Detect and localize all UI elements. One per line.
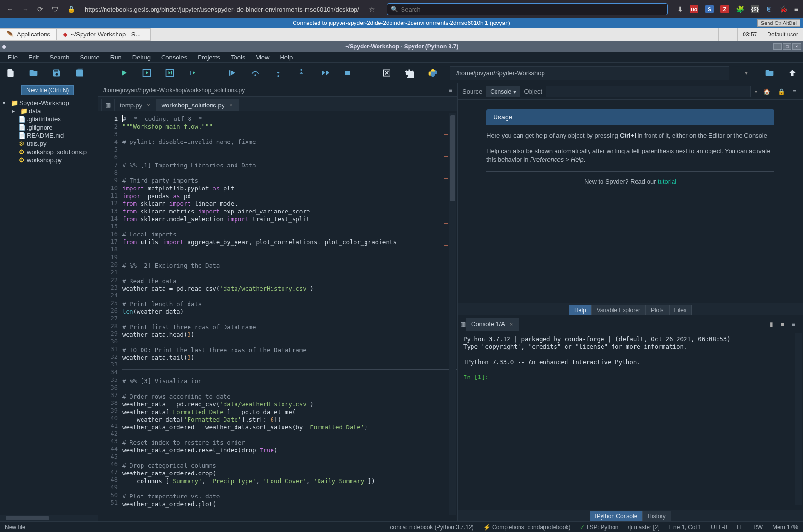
tree-item[interactable]: 📄.gitattributes xyxy=(1,115,97,123)
menu-tools[interactable]: Tools xyxy=(226,53,250,62)
ext-shield-icon[interactable]: ⛨ xyxy=(766,5,773,13)
status-eol[interactable]: LF xyxy=(737,524,744,531)
editor-vscrollbar[interactable] xyxy=(449,113,456,515)
minimize-button[interactable]: – xyxy=(773,43,782,50)
search-input[interactable] xyxy=(401,6,663,13)
tab-workshop-solutions[interactable]: workshop_solutions.py× xyxy=(156,99,239,111)
step-out-button[interactable] xyxy=(295,67,307,79)
menu-help[interactable]: Help xyxy=(275,53,297,62)
menu-debug[interactable]: Debug xyxy=(128,53,155,62)
back-button[interactable]: ← xyxy=(5,3,15,15)
console-browse-button[interactable]: ▥ xyxy=(461,321,466,328)
tab-help[interactable]: Help xyxy=(569,305,591,315)
status-encoding[interactable]: UTF-8 xyxy=(711,524,727,531)
run-cell-button[interactable] xyxy=(141,67,153,79)
source-combo[interactable]: Console ▾ xyxy=(486,86,520,97)
ext-s-icon[interactable]: S xyxy=(705,5,714,13)
applications-menu[interactable]: 🪶 Applications xyxy=(0,28,57,41)
parent-dir-button[interactable] xyxy=(787,67,798,79)
tab-plots[interactable]: Plots xyxy=(646,305,669,315)
clock[interactable]: 03:57 xyxy=(737,28,762,41)
working-directory[interactable]: /home/jovyan/Spyder-Workshop xyxy=(450,66,729,80)
status-lsp[interactable]: ✓ LSP: Python xyxy=(580,524,618,531)
new-file-button[interactable] xyxy=(5,67,16,79)
tree-item[interactable]: 📄README.md xyxy=(1,131,97,140)
tree-item[interactable]: ▸📁data xyxy=(1,107,97,115)
tray-icon-1[interactable] xyxy=(680,28,699,41)
interrupt-kernel-button[interactable]: ▮ xyxy=(770,321,773,328)
home-icon[interactable]: 🏠 xyxy=(761,86,772,97)
tree-item[interactable]: ⚙workshop.py xyxy=(1,156,97,164)
shield-icon[interactable]: 🛡 xyxy=(50,3,60,15)
stop-button[interactable] xyxy=(342,67,353,79)
status-git[interactable]: ψ master [2] xyxy=(628,524,660,531)
tab-files[interactable]: Files xyxy=(669,305,692,315)
forward-button[interactable]: → xyxy=(20,3,31,15)
tab-history[interactable]: History xyxy=(642,511,671,521)
search-bar[interactable]: 🔍 xyxy=(387,3,668,15)
menu-run[interactable]: Run xyxy=(106,53,127,62)
status-conda[interactable]: conda: notebook (Python 3.7.12) xyxy=(390,524,474,531)
ext-z-icon[interactable]: Z xyxy=(720,5,729,13)
tray-icon-3[interactable] xyxy=(718,28,737,41)
star-icon[interactable]: ☆ xyxy=(367,3,377,15)
object-input[interactable] xyxy=(546,86,751,97)
ext-bug-icon[interactable]: 🐞 xyxy=(779,5,788,13)
browse-folder-button[interactable] xyxy=(764,67,775,79)
menu-projects[interactable]: Projects xyxy=(193,53,225,62)
browser-menu-icon[interactable]: ≡ xyxy=(794,5,798,13)
close-icon[interactable]: × xyxy=(228,102,233,108)
tray-icon-2[interactable] xyxy=(699,28,718,41)
step-over-button[interactable] xyxy=(249,67,261,79)
code-editor[interactable]: 1234567891011121314151617181920212223242… xyxy=(98,111,457,521)
menu-file[interactable]: File xyxy=(3,53,23,62)
ext-puzzle-icon[interactable]: 🧩 xyxy=(736,5,744,13)
menu-view[interactable]: View xyxy=(251,53,274,62)
menu-consoles[interactable]: Consoles xyxy=(156,53,192,62)
stop-kernel-button[interactable]: ■ xyxy=(781,321,784,328)
tab-variable-explorer[interactable]: Variable Explorer xyxy=(591,305,646,315)
console-vscrollbar[interactable] xyxy=(795,333,802,505)
tree-item[interactable]: ⚙utils.py xyxy=(1,140,97,148)
download-icon[interactable]: ⬇ xyxy=(677,5,683,13)
maximize-pane-button[interactable] xyxy=(381,67,392,79)
save-button[interactable] xyxy=(51,67,62,79)
url-bar[interactable]: https://notebooks.gesis.org/binder/jupyt… xyxy=(82,5,362,14)
tree-item[interactable]: ⚙workshop_solutions.p xyxy=(1,148,97,156)
send-ctrlaltdel-button[interactable]: Send CtrlAltDel xyxy=(757,19,800,27)
debug-button[interactable] xyxy=(226,67,238,79)
lock-icon[interactable]: 🔒 xyxy=(776,86,787,97)
menu-search[interactable]: Search xyxy=(45,53,74,62)
close-icon[interactable]: × xyxy=(509,321,514,327)
step-into-button[interactable] xyxy=(272,67,284,79)
console-tab-1a[interactable]: Console 1/A× xyxy=(466,318,519,331)
user-label[interactable]: Default user xyxy=(762,28,803,41)
tree-item[interactable]: 📄.gitignore xyxy=(1,123,97,131)
project-hscrollbar[interactable] xyxy=(0,515,98,521)
menu-source[interactable]: Source xyxy=(75,53,105,62)
ext-s2-icon[interactable]: {S} xyxy=(751,5,759,13)
code-outline-strip[interactable] xyxy=(444,113,449,515)
help-options-icon[interactable]: ≡ xyxy=(791,86,798,97)
close-icon[interactable]: × xyxy=(146,102,151,108)
status-completions[interactable]: ⚡ Completions: conda(notebook) xyxy=(484,524,571,531)
continue-button[interactable] xyxy=(319,67,330,79)
tree-root[interactable]: ▾📁Spyder-Workshop xyxy=(1,99,97,107)
preferences-button[interactable] xyxy=(404,67,415,79)
tab-ipython-console[interactable]: IPython Console xyxy=(590,511,642,521)
editor-options-icon[interactable]: ≡ xyxy=(449,87,452,94)
taskbar-window-spyder[interactable]: ◆ ~/Spyder-Workshop - S... xyxy=(57,28,151,41)
tab-temp[interactable]: temp.py× xyxy=(115,99,156,111)
wd-dropdown-icon[interactable]: ▾ xyxy=(741,67,752,79)
run-cell-advance-button[interactable] xyxy=(164,67,176,79)
object-dropdown-icon[interactable]: ▾ xyxy=(755,88,757,95)
open-file-button[interactable] xyxy=(28,67,39,79)
code-content[interactable]: # -*- coding: utf-8 -*- """Workshop main… xyxy=(122,111,457,521)
console-options-icon[interactable]: ≡ xyxy=(792,321,795,328)
tutorial-link[interactable]: tutorial xyxy=(658,178,676,185)
close-button[interactable]: × xyxy=(792,43,801,50)
python-path-button[interactable] xyxy=(427,67,438,79)
console-output[interactable]: Python 3.7.12 | packaged by conda-forge … xyxy=(458,331,803,510)
run-button[interactable] xyxy=(118,67,130,79)
save-all-button[interactable] xyxy=(74,67,85,79)
